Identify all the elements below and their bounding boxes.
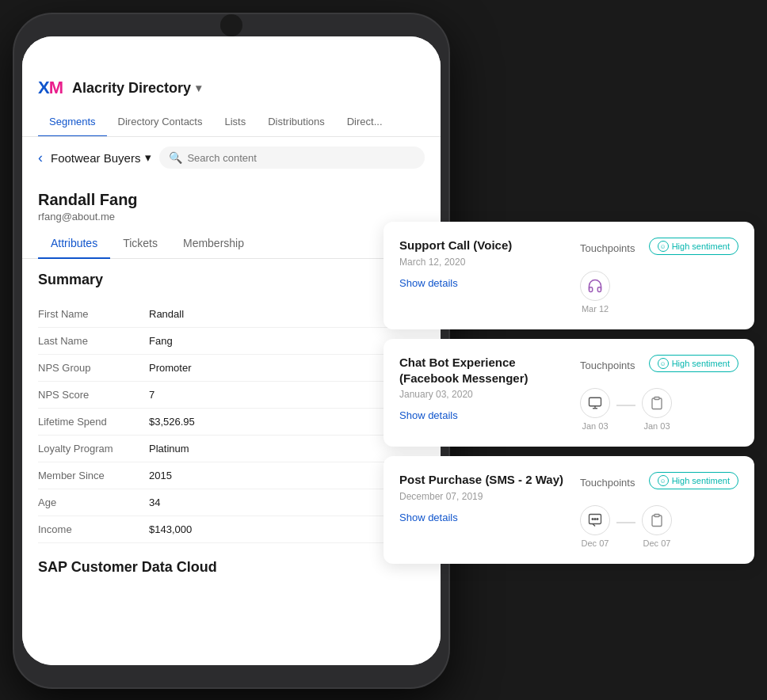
show-details-3[interactable]: Show details bbox=[399, 512, 564, 523]
attr-row-loyalty: Loyalty Program Platinum bbox=[38, 436, 425, 462]
touchpoints-icons-1: Mar 12 bbox=[580, 271, 738, 314]
attr-label-npsscore: NPS Score bbox=[38, 389, 149, 401]
nav-tabs: Segments Directory Contacts Lists Distri… bbox=[22, 108, 441, 137]
attr-label-loyalty: Loyalty Program bbox=[38, 443, 149, 455]
segment-selector[interactable]: Footwear Buyers ▾ bbox=[51, 150, 151, 165]
attr-label-age: Age bbox=[38, 496, 149, 508]
attr-value-loyalty: Platinum bbox=[149, 443, 189, 455]
attr-value-lastname: Fang bbox=[149, 335, 173, 347]
attr-value-age: 34 bbox=[149, 496, 160, 508]
card-date-3: December 07, 2019 bbox=[399, 491, 564, 502]
segment-name: Footwear Buyers bbox=[51, 151, 140, 165]
connector-line-2 bbox=[616, 405, 635, 406]
sentiment-icon-2: ☺ bbox=[658, 358, 669, 369]
summary-title: Summary bbox=[38, 272, 425, 288]
card-chatbot: Chat Bot Experience (Facebook Messenger)… bbox=[384, 339, 754, 447]
app-title-container[interactable]: Alacrity Directory ▾ bbox=[72, 80, 201, 97]
touchpoint-clipboard-2: Dec 07 bbox=[642, 505, 672, 548]
attr-row-lastname: Last Name Fang bbox=[38, 328, 425, 355]
attr-row-member-since: Member Since 2015 bbox=[38, 462, 425, 489]
touchpoint-icon-headset bbox=[580, 271, 610, 301]
svg-point-6 bbox=[594, 519, 596, 520]
attr-value-npsscore: 7 bbox=[149, 389, 155, 401]
card-left-3: Post Purchase (SMS - 2 Way) December 07,… bbox=[399, 472, 564, 523]
card-date-1: March 12, 2020 bbox=[399, 257, 564, 268]
touchpoint-item-1: Mar 12 bbox=[580, 271, 610, 314]
card-right-1: Touchpoints ☺ High sentiment Mar 12 bbox=[580, 238, 738, 314]
show-details-2[interactable]: Show details bbox=[399, 409, 564, 421]
contact-name: Randall Fang bbox=[38, 191, 425, 209]
attr-row-firstname: First Name Randall bbox=[38, 301, 425, 328]
card-right-3: Touchpoints ☺ High sentiment bbox=[580, 472, 738, 548]
app-title: Alacrity Directory bbox=[72, 80, 191, 97]
search-icon: 🔍 bbox=[169, 151, 182, 164]
tab-membership[interactable]: Membership bbox=[170, 229, 257, 259]
app-header: XM Alacrity Directory ▾ bbox=[22, 36, 441, 108]
card-left-2: Chat Bot Experience (Facebook Messenger)… bbox=[399, 355, 564, 421]
sentiment-icon-3: ☺ bbox=[658, 475, 669, 486]
tab-directory-contacts[interactable]: Directory Contacts bbox=[107, 108, 214, 137]
xm-logo: XM bbox=[38, 78, 63, 98]
card-title-2: Chat Bot Experience (Facebook Messenger) bbox=[399, 355, 564, 386]
tab-lists[interactable]: Lists bbox=[213, 108, 257, 137]
svg-rect-9 bbox=[654, 515, 659, 517]
sentiment-badge-2: ☺ High sentiment bbox=[649, 355, 738, 372]
attr-value-npsgroup: Promoter bbox=[149, 362, 191, 374]
attr-label-npsgroup: NPS Group bbox=[38, 362, 149, 374]
touchpoint-icon-fb bbox=[580, 388, 610, 418]
tab-direct[interactable]: Direct... bbox=[336, 108, 394, 137]
attr-value-member-since: 2015 bbox=[149, 470, 172, 481]
attr-row-lifetime-spend: Lifetime Spend $3,526.95 bbox=[38, 409, 425, 436]
cards-panel: Support Call (Voice) March 12, 2020 Show… bbox=[371, 222, 767, 564]
sap-section-title: SAP Customer Data Cloud bbox=[38, 559, 425, 576]
touchpoint-icon-sms bbox=[580, 505, 610, 535]
card-right-2: Touchpoints ☺ High sentiment Jan 03 bbox=[580, 355, 738, 431]
search-box[interactable]: 🔍 bbox=[159, 146, 425, 169]
attr-label-member-since: Member Since bbox=[38, 470, 149, 481]
attr-row-npsscore: NPS Score 7 bbox=[38, 382, 425, 409]
attr-label-lifetime-spend: Lifetime Spend bbox=[38, 416, 149, 428]
attr-value-lifetime-spend: $3,526.95 bbox=[149, 416, 195, 428]
touchpoints-icons-3: Dec 07 Dec 07 bbox=[580, 505, 738, 548]
attr-row-age: Age 34 bbox=[38, 489, 425, 516]
touchpoints-label-2: Touchpoints bbox=[580, 360, 635, 371]
svg-point-7 bbox=[597, 519, 598, 520]
attr-value-income: $143,000 bbox=[149, 523, 192, 535]
attr-label-income: Income bbox=[38, 523, 149, 535]
segment-bar: ‹ Footwear Buyers ▾ 🔍 bbox=[22, 137, 441, 178]
app-title-dropdown-icon: ▾ bbox=[196, 82, 201, 94]
attr-label-firstname: First Name bbox=[38, 308, 149, 320]
touchpoint-date-3b: Dec 07 bbox=[643, 538, 671, 548]
touchpoint-icon-clipboard-1 bbox=[642, 388, 672, 418]
connector-line-3 bbox=[616, 522, 635, 523]
phone-notch bbox=[220, 14, 242, 36]
search-input[interactable] bbox=[187, 152, 415, 164]
sentiment-badge-1: ☺ High sentiment bbox=[649, 238, 738, 255]
segment-dropdown-icon: ▾ bbox=[145, 150, 151, 165]
touchpoint-icon-clipboard-2 bbox=[642, 505, 672, 535]
touchpoint-date-2a: Jan 03 bbox=[582, 421, 608, 431]
tab-segments[interactable]: Segments bbox=[38, 108, 107, 137]
card-support-call: Support Call (Voice) March 12, 2020 Show… bbox=[384, 222, 754, 329]
touchpoints-label-1: Touchpoints bbox=[580, 242, 635, 254]
attr-value-firstname: Randall bbox=[149, 308, 184, 320]
card-left-1: Support Call (Voice) March 12, 2020 Show… bbox=[399, 238, 564, 289]
card-title-1: Support Call (Voice) bbox=[399, 238, 564, 253]
svg-rect-0 bbox=[590, 398, 601, 406]
touchpoint-date-3a: Dec 07 bbox=[582, 538, 609, 548]
tab-tickets[interactable]: Tickets bbox=[110, 229, 170, 259]
attr-label-lastname: Last Name bbox=[38, 335, 149, 347]
touchpoints-label-3: Touchpoints bbox=[580, 477, 635, 489]
touchpoint-clipboard-1: Jan 03 bbox=[642, 388, 672, 431]
show-details-1[interactable]: Show details bbox=[399, 277, 564, 289]
tab-distributions[interactable]: Distributions bbox=[257, 108, 336, 137]
back-button[interactable]: ‹ bbox=[38, 150, 43, 166]
sentiment-icon-1: ☺ bbox=[658, 241, 669, 252]
touchpoint-sms-icon: Dec 07 bbox=[580, 505, 610, 548]
svg-point-5 bbox=[592, 519, 593, 520]
attr-row-npsgroup: NPS Group Promoter bbox=[38, 355, 425, 382]
card-date-2: January 03, 2020 bbox=[399, 389, 564, 400]
sentiment-badge-3: ☺ High sentiment bbox=[649, 472, 738, 489]
tab-attributes[interactable]: Attributes bbox=[38, 229, 110, 259]
card-title-3: Post Purchase (SMS - 2 Way) bbox=[399, 472, 564, 488]
